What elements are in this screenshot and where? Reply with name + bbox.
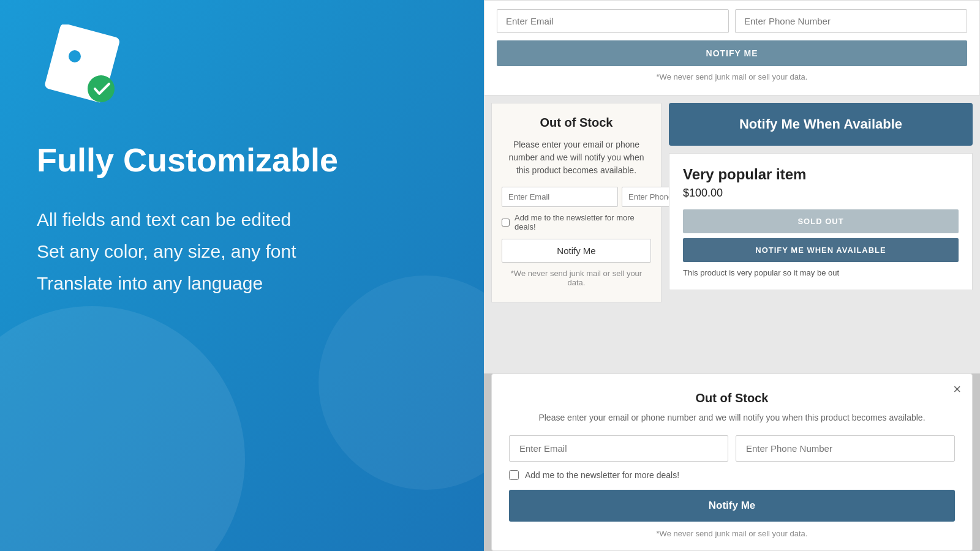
svg-point-1 bbox=[69, 50, 81, 62]
modal-overlay: × Out of Stock Please enter your email o… bbox=[484, 373, 980, 551]
modal-close-button[interactable]: × bbox=[953, 383, 961, 396]
top-disclaimer: *We never send junk mail or sell your da… bbox=[497, 72, 967, 84]
right-panel: NOTIFY ME *We never send junk mail or se… bbox=[484, 0, 980, 551]
oos-small-input-pair bbox=[502, 187, 651, 207]
tag-icon bbox=[37, 24, 135, 122]
notify-available-button[interactable]: Notify Me When Available bbox=[669, 103, 973, 146]
feature-item-3: Translate into any language bbox=[37, 273, 447, 294]
popular-text: This product is very popular so it may b… bbox=[683, 268, 959, 277]
oos-card-small: Out of Stock Please enter your email or … bbox=[491, 103, 662, 302]
right-column: Notify Me When Available Very popular it… bbox=[669, 103, 973, 302]
product-price: $100.00 bbox=[683, 187, 959, 200]
product-title: Very popular item bbox=[683, 166, 959, 183]
svg-point-2 bbox=[88, 75, 115, 102]
left-panel: Fully Customizable All fields and text c… bbox=[0, 0, 484, 551]
top-strip: NOTIFY ME *We never send junk mail or se… bbox=[484, 0, 980, 96]
product-notify-button[interactable]: NOTIFY ME WHEN AVAILABLE bbox=[683, 238, 959, 262]
modal-disclaimer: *We never send junk mail or sell your da… bbox=[509, 529, 955, 538]
oos-small-newsletter-label: Add me to the newsletter for more deals! bbox=[514, 213, 651, 231]
modal-phone-input[interactable] bbox=[736, 435, 955, 462]
oos-small-title: Out of Stock bbox=[502, 116, 651, 130]
middle-row: Out of Stock Please enter your email or … bbox=[484, 96, 980, 310]
top-phone-input[interactable] bbox=[735, 9, 967, 33]
modal-input-row bbox=[509, 435, 955, 462]
top-notify-button[interactable]: NOTIFY ME bbox=[497, 40, 967, 66]
modal-checkbox-row: Add me to the newsletter for more deals! bbox=[509, 470, 955, 480]
feature-item-1: All fields and text can be edited bbox=[37, 209, 447, 230]
top-email-input[interactable] bbox=[497, 9, 729, 33]
modal-description: Please enter your email or phone number … bbox=[509, 411, 955, 424]
sold-out-button[interactable]: SOLD OUT bbox=[683, 209, 959, 233]
modal-newsletter-checkbox[interactable] bbox=[509, 470, 519, 480]
oos-small-description: Please enter your email or phone number … bbox=[502, 138, 651, 177]
modal-newsletter-label: Add me to the newsletter for more deals! bbox=[525, 470, 679, 480]
oos-small-disclaimer: *We never send junk mail or sell your da… bbox=[502, 269, 651, 290]
feature-item-2: Set any color, any size, any font bbox=[37, 241, 447, 262]
top-input-row bbox=[497, 9, 967, 33]
oos-small-checkbox-row: Add me to the newsletter for more deals! bbox=[502, 213, 651, 231]
oos-small-email-input[interactable] bbox=[502, 187, 618, 207]
main-title: Fully Customizable bbox=[37, 141, 447, 179]
modal-box: × Out of Stock Please enter your email o… bbox=[491, 373, 973, 551]
oos-small-notify-button[interactable]: Notify Me bbox=[502, 239, 651, 263]
features-list: All fields and text can be edited Set an… bbox=[37, 209, 447, 305]
product-card: Very popular item $100.00 SOLD OUT NOTIF… bbox=[669, 153, 973, 290]
modal-notify-button[interactable]: Notify Me bbox=[509, 490, 955, 522]
modal-email-input[interactable] bbox=[509, 435, 728, 462]
oos-small-newsletter-checkbox[interactable] bbox=[502, 218, 510, 227]
modal-title: Out of Stock bbox=[509, 391, 955, 405]
